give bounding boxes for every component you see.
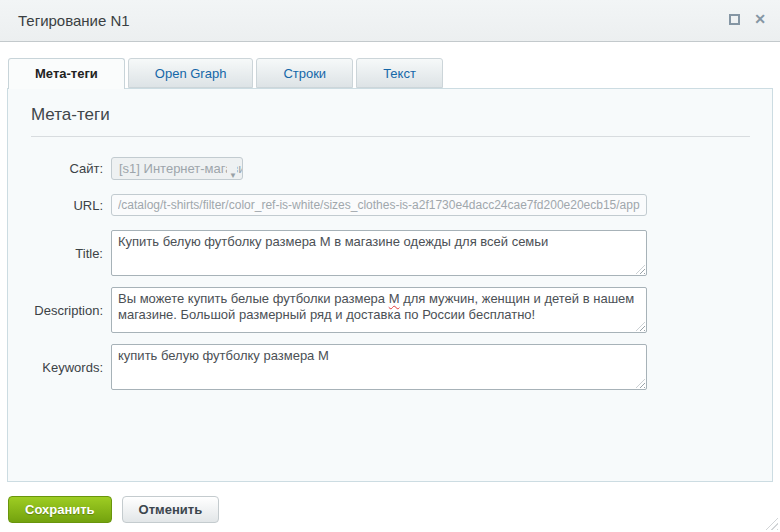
title-row: Title: Купить белую футболку размера М в… <box>8 230 772 276</box>
chevron-down-icon: ▼ <box>227 165 237 180</box>
tab-meta-tags[interactable]: Мета-теги <box>8 58 125 89</box>
description-misspelled-word: М <box>389 291 400 306</box>
description-textarea[interactable]: Вы можете купить белые футболки размера … <box>111 287 647 333</box>
site-label: Сайт: <box>8 161 111 176</box>
dialog-window: Тегирование N1 ✕ Мета-теги Open Graph Ст… <box>0 0 780 532</box>
section-heading: Мета-теги <box>31 105 772 125</box>
url-input[interactable] <box>111 194 647 216</box>
site-select[interactable]: [s1] Интернет-магазин (Сайт ▼ <box>111 157 243 180</box>
dialog-titlebar: Тегирование N1 ✕ <box>0 0 780 42</box>
title-label: Title: <box>8 246 111 261</box>
url-label: URL: <box>8 198 111 213</box>
close-icon[interactable]: ✕ <box>754 14 766 25</box>
description-row: Description: Вы можете купить белые футб… <box>8 287 772 333</box>
tab-text[interactable]: Текст <box>356 58 443 88</box>
window-resize-grip-icon[interactable] <box>763 515 778 530</box>
resize-grip-icon[interactable] <box>636 322 645 331</box>
tab-strings[interactable]: Строки <box>256 58 353 88</box>
window-controls: ✕ <box>729 14 766 25</box>
dialog-footer: Сохранить Отменить <box>8 496 219 523</box>
title-value: Купить белую футболку размера М в магази… <box>118 234 548 249</box>
resize-grip-icon[interactable] <box>636 265 645 274</box>
url-row: URL: <box>8 194 772 216</box>
maximize-icon[interactable] <box>729 14 740 25</box>
title-textarea[interactable]: Купить белую футболку размера М в магази… <box>111 230 647 276</box>
section-divider <box>31 136 750 137</box>
save-button[interactable]: Сохранить <box>8 496 112 523</box>
tab-strip: Мета-теги Open Graph Строки Текст <box>8 58 446 89</box>
keywords-value: купить белую футболку размера М <box>118 348 329 363</box>
meta-tags-form: Сайт: [s1] Интернет-магазин (Сайт ▼ URL:… <box>8 157 772 390</box>
keywords-label: Keywords: <box>8 360 111 375</box>
keywords-row: Keywords: купить белую футболку размера … <box>8 344 772 390</box>
site-select-value: [s1] Интернет-магазин (Сайт <box>119 161 243 176</box>
description-label: Description: <box>8 303 111 318</box>
tab-open-graph[interactable]: Open Graph <box>128 58 254 88</box>
site-row: Сайт: [s1] Интернет-магазин (Сайт ▼ <box>8 157 772 180</box>
resize-grip-icon[interactable] <box>636 379 645 388</box>
description-value-before: Вы можете купить белые футболки размера <box>118 291 389 306</box>
cancel-button[interactable]: Отменить <box>122 496 220 523</box>
keywords-textarea[interactable]: купить белую футболку размера М <box>111 344 647 390</box>
tab-content-panel: Мета-теги Сайт: [s1] Интернет-магазин (С… <box>7 88 773 482</box>
dialog-title: Тегирование N1 <box>18 12 130 29</box>
